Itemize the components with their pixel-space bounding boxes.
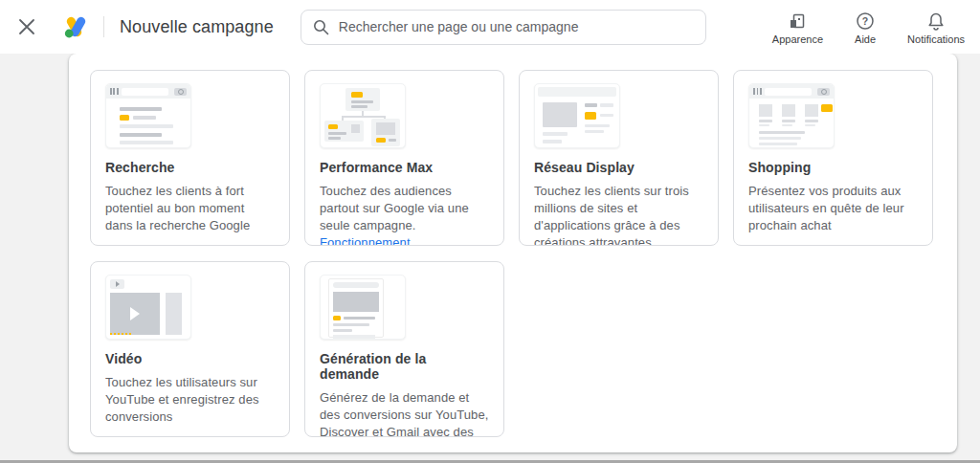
header-actions: Apparence ? Aide Notifications: [772, 10, 965, 45]
display-network-illustration: [534, 83, 620, 148]
card-description: Touchez les utilisateurs sur YouTube et …: [105, 374, 275, 426]
close-icon[interactable]: [13, 13, 40, 40]
notifications-label: Notifications: [907, 33, 965, 45]
card-title: Réseau Display: [534, 160, 703, 175]
fonctionnement-link[interactable]: Fonctionnement: [320, 235, 411, 246]
search-campaign-illustration: [105, 83, 191, 148]
card-title: Shopping: [748, 160, 918, 175]
shopping-illustration: [748, 83, 835, 148]
demand-gen-illustration: [320, 275, 406, 340]
notifications-button[interactable]: Notifications: [907, 11, 965, 45]
card-reseau-display[interactable]: Réseau Display Touchez les clients sur t…: [519, 70, 719, 246]
google-ads-logo-icon: [61, 14, 90, 39]
appearance-icon: [788, 11, 807, 31]
performance-max-illustration: [320, 83, 406, 148]
video-illustration: [105, 275, 191, 340]
header-divider: [103, 16, 104, 37]
video-player-mock: [110, 293, 160, 335]
card-recherche[interactable]: Recherche Touchez les clients à fort pot…: [90, 70, 290, 246]
card-performance-max[interactable]: Performance Max Touchez des audiences pa…: [304, 70, 504, 246]
card-title: Génération de la demande: [320, 351, 489, 382]
play-icon: [110, 279, 124, 289]
card-description: Touchez des audiences partout sur Google…: [320, 183, 489, 246]
help-label: Aide: [855, 33, 876, 45]
card-video[interactable]: Vidéo Touchez les utilisateurs sur YouTu…: [90, 261, 290, 437]
campaign-type-panel: Recherche Touchez les clients à fort pot…: [69, 54, 957, 452]
card-title: Vidéo: [105, 351, 275, 366]
notifications-icon: [926, 11, 946, 31]
page-title: Nouvelle campagne: [120, 17, 274, 37]
svg-text:?: ?: [862, 15, 868, 27]
search-box[interactable]: [301, 10, 706, 45]
card-description: Touchez les clients à fort potentiel au …: [105, 183, 275, 234]
card-description: Touchez les clients sur trois millions d…: [534, 183, 703, 246]
search-input[interactable]: [339, 19, 694, 34]
card-title: Performance Max: [320, 160, 489, 175]
card-generation-demande[interactable]: Génération de la demande Générez de la d…: [304, 261, 504, 437]
top-app-bar: Nouvelle campagne Apparence ? Aide Notif…: [0, 0, 980, 54]
appearance-label: Apparence: [772, 33, 823, 45]
appearance-button[interactable]: Apparence: [772, 11, 823, 45]
help-icon: ?: [856, 11, 875, 31]
search-icon: [313, 19, 329, 35]
card-description: Présentez vos produits aux utilisateurs …: [748, 183, 918, 234]
card-title: Recherche: [105, 160, 275, 175]
card-description: Générez de la demande et des conversions…: [320, 389, 489, 437]
help-button[interactable]: ? Aide: [840, 11, 890, 45]
card-shopping[interactable]: Shopping Présentez vos produits aux util…: [733, 70, 933, 246]
